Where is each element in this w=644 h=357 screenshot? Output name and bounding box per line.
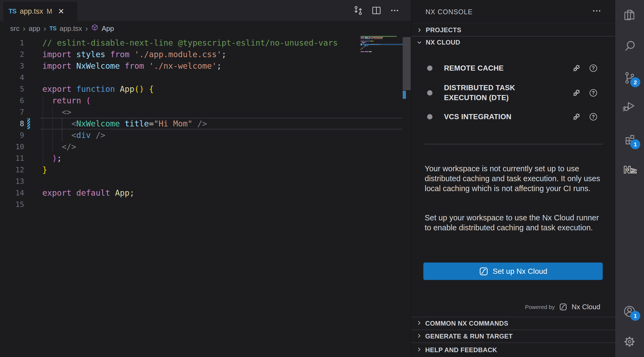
button-label: Set up Nx Cloud	[493, 267, 547, 276]
help-icon[interactable]: ?	[589, 88, 598, 97]
section-label: PROJECTS	[426, 26, 461, 34]
search-icon[interactable]	[622, 39, 637, 54]
panel-header: NX CONSOLE	[411, 0, 615, 24]
line-number: 6	[20, 95, 24, 106]
code-line-2[interactable]: import styles from './app.module.css';	[42, 49, 226, 60]
code-line-1[interactable]: // eslint-disable-next-line @typescript-…	[42, 37, 338, 49]
line-number: 15	[15, 199, 24, 210]
remote-cache-item: REMOTE CACHE ?	[411, 62, 615, 74]
setup-nx-cloud-button[interactable]: Set up Nx Cloud	[423, 263, 603, 280]
line-number: 7	[20, 106, 24, 118]
code-line-9[interactable]: <div />	[42, 129, 105, 141]
svg-text:N: N	[623, 165, 631, 175]
status-dot-icon	[427, 114, 432, 119]
chevron-right-icon	[416, 347, 422, 354]
divider	[425, 144, 603, 144]
split-editor-icon[interactable]	[371, 5, 382, 16]
modified-badge: M	[47, 8, 52, 15]
svg-text:?: ?	[592, 65, 595, 71]
line-number: 9	[20, 129, 24, 141]
code-line-12[interactable]: }	[42, 164, 47, 176]
section-generate-run-target[interactable]: GENERATE & RUN TARGET	[411, 330, 615, 343]
nx-cloud-icon	[559, 303, 567, 311]
editor-gutter[interactable]: 123456789101112131415	[0, 0, 25, 357]
source-control-icon[interactable]: 2	[622, 70, 637, 85]
powered-by-row: Powered by Nx Cloud	[525, 303, 600, 311]
status-dot-icon	[427, 90, 432, 96]
account-icon[interactable]: 1	[622, 304, 637, 319]
section-label: GENERATE & RUN TARGET	[425, 333, 513, 340]
activity-bar: 2 1 N ≥ 1	[615, 0, 644, 357]
more-actions-icon[interactable]	[389, 5, 400, 16]
nx-console-icon[interactable]: N ≥	[622, 162, 637, 177]
extensions-badge: 1	[630, 139, 640, 149]
code-line-14[interactable]: export default App;	[42, 187, 134, 199]
section-projects[interactable]: PROJECTS	[411, 24, 615, 36]
connect-plug-icon[interactable]	[571, 88, 582, 98]
workspace-status-text: Your workspace is not currently set up t…	[425, 164, 607, 194]
minimap[interactable]	[361, 36, 403, 60]
line-number: 10	[15, 141, 24, 152]
line-number: 12	[15, 164, 24, 176]
typescript-file-icon: TS	[49, 25, 56, 32]
open-changes-icon[interactable]	[353, 5, 364, 16]
line-number: 1	[20, 37, 24, 49]
account-badge: 1	[630, 311, 640, 321]
line-number: 3	[20, 60, 24, 72]
code-line-3[interactable]: import NxWelcome from './nx-welcome';	[42, 60, 221, 72]
chevron-right-icon	[416, 333, 422, 340]
line-number: 8	[20, 118, 24, 129]
extensions-icon[interactable]: 1	[622, 132, 637, 147]
svg-text:≥: ≥	[631, 166, 637, 175]
line-number: 5	[20, 83, 24, 95]
breadcrumb: src › app › TS app.tsx › App	[10, 21, 114, 36]
source-control-badge: 2	[630, 77, 640, 87]
section-label: NX CLOUD	[426, 39, 460, 46]
section-label: HELP AND FEEDBACK	[425, 346, 497, 354]
more-actions-icon[interactable]	[593, 10, 600, 12]
code-line-10[interactable]: </>	[42, 141, 76, 152]
section-help-and-feedback[interactable]: HELP AND FEEDBACK	[411, 343, 615, 357]
vcs-integration-item: VCS INTEGRATION ?	[411, 111, 615, 123]
scrollbar-slider[interactable]	[403, 37, 411, 90]
help-icon[interactable]: ?	[589, 64, 598, 73]
explorer-files-icon[interactable]	[622, 8, 637, 23]
line-number: 13	[15, 176, 24, 187]
chevron-right-icon	[416, 27, 423, 33]
editor-group: TS app.tsx M × src › app › T	[0, 0, 411, 357]
svg-text:?: ?	[592, 90, 595, 96]
breadcrumb-symbol[interactable]: App	[102, 24, 114, 33]
run-and-debug-icon[interactable]	[622, 99, 637, 114]
help-icon[interactable]: ?	[589, 112, 598, 121]
nx-console-panel: NX CONSOLE PROJECTS NX CLOUD REMOTE CACH…	[411, 0, 615, 357]
chevron-right-icon: ›	[85, 25, 88, 32]
minimap-current-line	[361, 44, 403, 45]
code-line-8[interactable]: <NxWelcome title="Hi Mom" />	[42, 118, 207, 129]
breadcrumb-file[interactable]: app.tsx	[60, 24, 82, 33]
chevron-down-icon	[416, 39, 423, 45]
status-dot-icon	[427, 65, 432, 71]
code-line-7[interactable]: <>	[42, 106, 71, 118]
settings-gear-icon[interactable]	[622, 334, 637, 349]
overview-ruler-modified-decoration	[403, 91, 406, 99]
close-icon[interactable]: ×	[58, 6, 64, 16]
editor-scrollbar[interactable]	[403, 36, 411, 357]
code-line-5[interactable]: export function App() {	[42, 83, 154, 95]
code-line-6[interactable]: return (	[42, 95, 91, 106]
modified-line-marker	[27, 118, 30, 129]
section-nx-cloud[interactable]: NX CLOUD	[411, 36, 615, 48]
connect-plug-icon[interactable]	[571, 63, 582, 74]
breadcrumb-app[interactable]: app	[29, 24, 40, 33]
nx-cloud-brand: Nx Cloud	[572, 303, 600, 311]
chevron-right-icon	[416, 320, 422, 327]
section-common-nx-commands[interactable]: COMMON NX COMMANDS	[411, 317, 615, 330]
powered-by-label: Powered by	[525, 304, 555, 310]
svg-text:?: ?	[592, 114, 595, 119]
code-line-11[interactable]: );	[42, 152, 62, 164]
connect-plug-icon[interactable]	[571, 111, 582, 122]
symbol-cube-icon	[91, 24, 98, 33]
dte-item: DISTRIBUTED TASK EXECUTION (DTE) ?	[411, 83, 615, 103]
item-label: REMOTE CACHE	[444, 63, 532, 73]
nx-cloud-icon	[479, 267, 488, 276]
section-label: COMMON NX COMMANDS	[425, 320, 508, 327]
